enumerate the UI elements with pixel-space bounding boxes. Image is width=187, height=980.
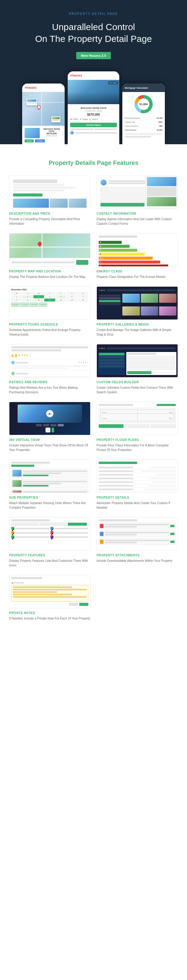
- pd-row: [99, 480, 176, 484]
- cal-day[interactable]: F: [55, 292, 66, 295]
- prop-details-table: [99, 466, 176, 492]
- cal-day[interactable]: 13: [67, 299, 77, 302]
- gallery-img[interactable]: [122, 306, 139, 315]
- cal-day[interactable]: 3: [33, 295, 44, 298]
- cal-day[interactable]: S: [78, 292, 88, 295]
- notes-textarea[interactable]: [11, 585, 88, 601]
- map-directions-btn[interactable]: [76, 260, 88, 265]
- cal-day[interactable]: 5: [55, 295, 66, 298]
- custom-field-input[interactable]: [127, 363, 176, 366]
- download-btn[interactable]: [170, 541, 174, 543]
- prop-title: Awesome family home: [41, 128, 62, 132]
- sub-item: [11, 479, 88, 488]
- custom-sidebar-item[interactable]: [99, 359, 124, 361]
- feature-thumb-subproperties: [9, 460, 90, 493]
- tour-360-image: ▶: [17, 404, 82, 423]
- custom-sidebar-item[interactable]: [99, 365, 124, 368]
- custom-sidebar-item[interactable]: [99, 356, 124, 358]
- cal-day[interactable]: 11: [44, 299, 55, 302]
- tour-control-btn[interactable]: [58, 424, 64, 426]
- cal-day[interactable]: 7: [78, 295, 88, 298]
- time-slot[interactable]: 4:00 PM: [39, 303, 47, 306]
- pd-row: [99, 484, 176, 488]
- cal-day[interactable]: 1: [11, 295, 22, 298]
- feature-desc-custom: Create Unlimited Custom Fields And Conne…: [97, 385, 178, 395]
- prop-price: $570,000: [41, 132, 62, 135]
- feat-item: ✓: [11, 527, 49, 530]
- gallery-img[interactable]: [159, 294, 176, 303]
- cal-day[interactable]: S: [67, 292, 77, 295]
- cal-day[interactable]: T: [44, 292, 55, 295]
- property-main-image: For Sale: [68, 80, 119, 104]
- gallery-img[interactable]: [141, 306, 158, 315]
- feature-desc-energy: Property Class Designation For The Europ…: [97, 275, 178, 279]
- cal-day[interactable]: 10: [33, 299, 44, 302]
- form-submit-btn[interactable]: [100, 203, 144, 207]
- cal-day[interactable]: M: [11, 292, 22, 295]
- mortgage-rows: Principal & Interest $1,348 Property Tax…: [122, 116, 165, 138]
- feature-thumb-notes: 🔒 Private Note: [9, 575, 90, 608]
- section-header: Property Details Page Features: [9, 159, 178, 166]
- mort-row-3: Total Amount $1,956: [125, 128, 162, 132]
- sub-item-img: [13, 490, 22, 493]
- cal-day[interactable]: 14: [78, 299, 88, 302]
- cal-day[interactable]: T: [22, 292, 33, 295]
- feature-thumb-attachments: [97, 517, 178, 550]
- custom-field-input[interactable]: [127, 367, 176, 370]
- sub-item-line: [23, 481, 87, 482]
- cal-day[interactable]: 9: [22, 299, 33, 302]
- feature-custom: CUSTOM FIELDS BUILDER Create Unlimited C…: [97, 344, 178, 395]
- custom-sidebar-layout: [98, 352, 176, 375]
- download-btn[interactable]: [170, 533, 174, 535]
- feat-icon: ✓: [11, 531, 14, 534]
- tour-control-btn[interactable]: [43, 424, 49, 426]
- center-contact-btn[interactable]: Contact Agent: [70, 123, 117, 127]
- prop-img: [25, 128, 40, 138]
- custom-save-btn[interactable]: [127, 371, 151, 374]
- floor-tab[interactable]: [151, 424, 176, 428]
- sub-item-price: [23, 485, 49, 487]
- custom-field-input[interactable]: [127, 360, 176, 363]
- agent-avatar: [100, 180, 106, 186]
- feature-description: DESCRIPTION AND PRICE Provide a Compelli…: [9, 175, 90, 226]
- time-slot[interactable]: 9:00 AM: [11, 303, 19, 306]
- center-prop-title: Awesome family home: [70, 107, 117, 109]
- feature-map: PROPERTY MAP AND LOCATION Display The Pr…: [9, 233, 90, 279]
- download-btn[interactable]: [170, 525, 174, 527]
- play-icon[interactable]: ▶: [46, 410, 54, 417]
- cal-day[interactable]: 6: [67, 295, 77, 298]
- sub-item-line: [23, 473, 61, 474]
- center-stat-baths: 🚿 3 Baths: [79, 118, 88, 120]
- mortgage-header: Mortgage Calculator: [122, 84, 165, 92]
- feature-title-custom: CUSTOM FIELDS BUILDER: [97, 380, 178, 384]
- floor-tab[interactable]: [125, 424, 150, 428]
- floor-tab[interactable]: [99, 424, 124, 428]
- feature-thumb-map: [9, 233, 90, 267]
- time-slot[interactable]: 11:00 AM: [20, 303, 29, 306]
- attach-item: [99, 538, 176, 545]
- cal-day[interactable]: W: [33, 292, 44, 295]
- tour-controls: [36, 424, 64, 426]
- prop-contact-btn[interactable]: Contact: [35, 139, 45, 142]
- prop-detail-btn[interactable]: Details: [25, 139, 34, 142]
- section-title: Property Details Page Features: [9, 159, 178, 166]
- gallery-img[interactable]: [122, 294, 139, 303]
- feature-notes: 🔒 Private Note PRIVATE NOTES If Need: [9, 575, 90, 621]
- attachments-list: [99, 523, 176, 545]
- cal-day[interactable]: 4: [44, 295, 55, 298]
- custom-sidebar-item[interactable]: [99, 353, 124, 355]
- custom-sidebar-item[interactable]: [99, 362, 124, 364]
- gallery-img[interactable]: [159, 306, 176, 315]
- gallery-grid: [122, 294, 176, 318]
- attach-name: [105, 540, 169, 541]
- tour-control-btn[interactable]: [36, 424, 42, 426]
- time-slot[interactable]: 2:00 PM: [30, 303, 38, 306]
- cal-day[interactable]: 2: [22, 295, 33, 298]
- cal-day[interactable]: 8: [11, 299, 22, 302]
- custom-field-input[interactable]: [127, 356, 176, 359]
- gallery-img[interactable]: [141, 294, 158, 303]
- feat-icon: ✓: [51, 527, 54, 530]
- cal-day[interactable]: 12: [55, 299, 66, 302]
- feature-thumb-gallery: [97, 286, 178, 320]
- tour-control-btn[interactable]: [51, 424, 57, 426]
